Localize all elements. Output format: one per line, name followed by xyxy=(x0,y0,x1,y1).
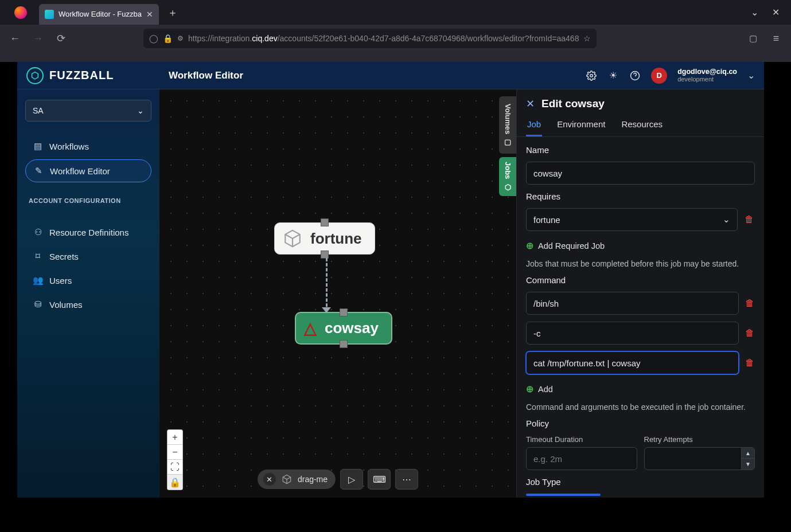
forward-button[interactable]: → xyxy=(29,29,47,48)
node-port-icon[interactable] xyxy=(321,218,329,226)
plus-circle-icon: ⊕ xyxy=(526,384,533,394)
panel-title: Edit cowsay xyxy=(541,97,605,110)
zoom-in-button[interactable]: + xyxy=(167,430,182,445)
requires-select[interactable]: fortune ⌄ xyxy=(526,208,738,231)
tab-close-button[interactable]: ✕ xyxy=(146,10,153,19)
canvas-bottom-bar: ✕ drag-me ▷ ⌨ ⋯ xyxy=(258,469,418,490)
sidebar-item-secrets[interactable]: ⌑ Secrets xyxy=(25,245,151,267)
inspector-panel: ✕ Edit cowsay Job Environment Resources … xyxy=(516,89,764,498)
window-controls: ⌄ ✕ xyxy=(751,7,786,18)
node-port-icon[interactable] xyxy=(340,308,348,316)
delete-require-button[interactable]: 🗑 xyxy=(743,214,755,225)
zoom-out-button[interactable]: − xyxy=(167,445,182,460)
menu-icon[interactable]: ≡ xyxy=(767,29,785,48)
chevron-down-icon[interactable]: ⌄ xyxy=(747,70,755,81)
permissions-icon: ⚙ xyxy=(177,34,184,42)
back-button[interactable]: ← xyxy=(6,29,24,48)
requires-value: fortune xyxy=(533,215,560,225)
cube-icon: ⬡ xyxy=(505,183,511,191)
command-arg-input[interactable] xyxy=(526,292,739,315)
help-icon[interactable] xyxy=(629,70,641,81)
account-selector[interactable]: SA ⌄ xyxy=(25,100,151,122)
browser-tab[interactable]: Workflow Editor - Fuzzba ✕ xyxy=(39,4,159,25)
add-arg-button[interactable]: ⊕ Add xyxy=(526,381,755,396)
canvas[interactable]: fortune △ cowsay Volumes ▢ Jobs ⬡ + xyxy=(159,89,516,498)
window-dropdown-icon[interactable]: ⌄ xyxy=(751,7,758,18)
name-label: Name xyxy=(526,145,755,155)
firefox-logo xyxy=(5,6,37,19)
policy-label: Policy xyxy=(526,418,755,428)
shield-icon: ◯ xyxy=(149,34,158,43)
theme-icon[interactable]: ☀ xyxy=(607,70,619,81)
node-port-icon[interactable] xyxy=(321,251,329,259)
command-arg-input[interactable] xyxy=(526,322,739,345)
panel-close-button[interactable]: ✕ xyxy=(526,97,535,110)
bookmark-icon[interactable]: ☆ xyxy=(583,34,591,43)
sidebar-item-workflows[interactable]: ▤ Workflows xyxy=(25,135,151,157)
canvas-tab-volumes[interactable]: Volumes ▢ xyxy=(499,96,516,154)
chevron-down-icon: ⌄ xyxy=(137,106,144,115)
close-icon[interactable]: ✕ xyxy=(263,473,276,486)
delete-arg-button[interactable]: 🗑 xyxy=(745,358,755,368)
svg-point-0 xyxy=(590,74,593,77)
edge xyxy=(326,258,328,312)
sidebar-item-label: Secrets xyxy=(49,252,79,261)
cube-icon xyxy=(283,229,302,248)
jobtype-label: Job Type xyxy=(526,477,755,487)
brand[interactable]: ⬡ FUZZBALL xyxy=(26,67,159,84)
sidebar-item-users[interactable]: 👥 Users xyxy=(25,269,151,291)
more-button[interactable]: ⋯ xyxy=(395,469,418,490)
drag-label: drag-me xyxy=(298,475,328,484)
retry-step-down-button[interactable]: ▼ xyxy=(742,459,754,470)
url-bar[interactable]: ◯ 🔒 ⚙ https://integration.ciq.dev/accoun… xyxy=(143,29,597,48)
retry-step-up-button[interactable]: ▲ xyxy=(742,448,754,459)
tab-label: Volumes xyxy=(504,104,512,134)
avatar[interactable]: D xyxy=(651,68,667,84)
sitemap-icon: ⚇ xyxy=(33,227,42,237)
window-close-icon[interactable]: ✕ xyxy=(772,7,780,18)
sidebar-item-label: Resource Definitions xyxy=(49,228,128,237)
browser-chrome: Workflow Editor - Fuzzba ✕ ＋ ⌄ ✕ ← → ⟳ ◯… xyxy=(0,0,791,62)
sidebar-item-label: Volumes xyxy=(49,300,83,310)
cube-icon xyxy=(282,474,292,484)
drag-palette[interactable]: ✕ drag-me xyxy=(258,470,336,489)
tab-title: Workflow Editor - Fuzzba xyxy=(59,10,142,18)
node-port-icon[interactable] xyxy=(340,340,348,348)
user-env: development xyxy=(677,76,737,83)
run-button[interactable]: ▷ xyxy=(340,469,363,490)
zoom-fit-button[interactable]: ⛶ xyxy=(167,460,182,475)
sidebar-item-workflow-editor[interactable]: ✎ Workflow Editor xyxy=(25,159,151,182)
settings-icon[interactable] xyxy=(586,70,597,81)
command-arg-input[interactable] xyxy=(526,351,739,374)
tab-environment[interactable]: Environment xyxy=(556,115,606,136)
page-title: Workflow Editor xyxy=(169,70,243,81)
tab-resources[interactable]: Resources xyxy=(620,115,664,136)
jobtype-indicator xyxy=(526,494,601,496)
timeout-input[interactable] xyxy=(526,447,637,470)
delete-arg-button[interactable]: 🗑 xyxy=(745,328,755,338)
name-input[interactable] xyxy=(526,162,755,185)
tab-job[interactable]: Job xyxy=(526,115,542,136)
zoom-lock-button[interactable]: 🔒 xyxy=(167,475,182,490)
extensions-icon[interactable]: ▢ xyxy=(744,29,762,48)
delete-arg-button[interactable]: 🗑 xyxy=(745,298,755,308)
brand-icon: ⬡ xyxy=(26,67,44,84)
new-tab-button[interactable]: ＋ xyxy=(165,5,181,21)
retry-label: Retry Attempts xyxy=(644,435,755,444)
reload-button[interactable]: ⟳ xyxy=(52,29,70,48)
command-label: Command xyxy=(526,275,755,285)
keyboard-button[interactable]: ⌨ xyxy=(368,469,391,490)
sidebar-item-resource-definitions[interactable]: ⚇ Resource Definitions xyxy=(25,221,151,243)
browser-toolbar: ← → ⟳ ◯ 🔒 ⚙ https://integration.ciq.dev/… xyxy=(0,25,791,52)
canvas-tab-jobs[interactable]: Jobs ⬡ xyxy=(499,157,516,196)
sidebar-item-volumes[interactable]: ⛁ Volumes xyxy=(25,294,151,315)
sidebar-item-label: Users xyxy=(49,276,72,285)
cube-icon: ▢ xyxy=(504,138,511,146)
account-label: SA xyxy=(33,106,44,115)
job-node-cowsay[interactable]: △ cowsay xyxy=(295,312,392,345)
add-required-job-button[interactable]: ⊕ Add Required Job xyxy=(526,238,755,252)
user-menu[interactable]: dgodlove@ciq.co development xyxy=(677,68,737,83)
job-node-fortune[interactable]: fortune xyxy=(274,222,375,255)
retry-input[interactable] xyxy=(644,447,742,470)
app: ⬡ FUZZBALL Workflow Editor ☀ D dgodlove@… xyxy=(17,62,764,498)
